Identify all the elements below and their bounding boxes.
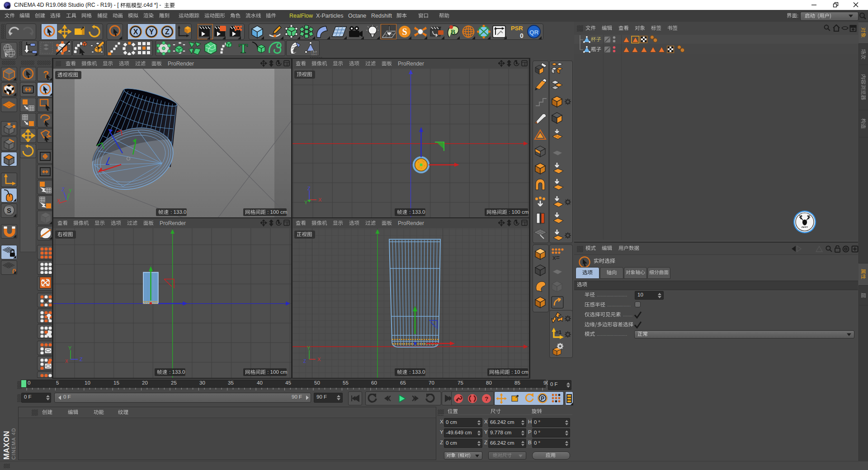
- svg-text:PSR: PSR: [511, 25, 523, 32]
- svg-text:S: S: [402, 27, 407, 37]
- svg-text:MAXON: MAXON: [2, 431, 10, 460]
- svg-text:P: P: [541, 395, 544, 402]
- svg-text:?: ?: [485, 395, 488, 402]
- svg-text:X: X: [133, 28, 138, 36]
- svg-text:Y: Y: [304, 200, 308, 205]
- svg-text:X: X: [317, 357, 321, 362]
- svg-text:X: X: [57, 198, 61, 203]
- svg-text:Z: Z: [61, 187, 65, 192]
- svg-text:X: X: [65, 359, 68, 364]
- svg-text:Z: Z: [303, 359, 306, 364]
- svg-text:S: S: [7, 207, 11, 214]
- svg-text:Y: Y: [69, 188, 72, 193]
- svg-text:Y: Y: [149, 28, 154, 36]
- svg-text:QR: QR: [529, 29, 539, 36]
- svg-text:T: T: [239, 41, 248, 56]
- svg-text:CINEMA 4D: CINEMA 4D: [11, 428, 16, 460]
- svg-text:fx: fx: [311, 49, 317, 55]
- svg-text:Z: Z: [165, 28, 170, 36]
- svg-text:Z: Z: [307, 186, 311, 191]
- svg-text:=1: =1: [556, 329, 562, 335]
- svg-text:x=: x=: [552, 254, 560, 261]
- svg-text:B: B: [451, 28, 455, 36]
- svg-text:0: 0: [520, 32, 524, 39]
- svg-text:Z: Z: [80, 357, 83, 362]
- svg-text:Y: Y: [307, 346, 311, 351]
- svg-text:X: X: [318, 197, 322, 202]
- svg-text:Y: Y: [68, 346, 72, 351]
